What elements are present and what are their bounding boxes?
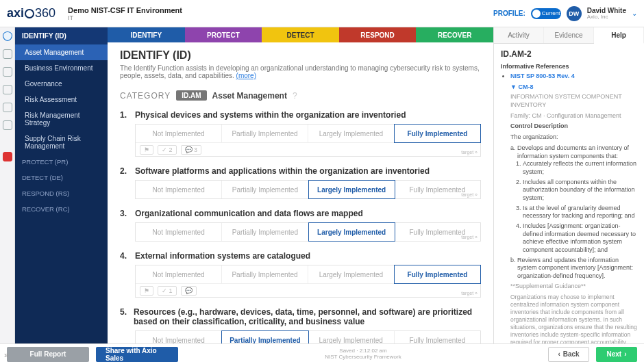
segment-option[interactable]: Fully Implemented	[395, 331, 480, 343]
segment-option[interactable]: Fully Implemented	[394, 265, 481, 284]
cm8-link[interactable]: CM-8	[518, 83, 533, 90]
category-row: CATEGORY ID.AM Asset Management ?	[120, 90, 481, 101]
segment-option[interactable]: Fully Implemented	[394, 124, 481, 143]
more-link[interactable]: (more)	[236, 72, 256, 79]
share-button[interactable]: Share with Axio Sales	[96, 347, 178, 362]
sidebar-group[interactable]: RESPOND (RS)	[15, 185, 108, 201]
full-report-button[interactable]: Full Report	[7, 347, 89, 362]
page-desc: The Identify Function assists in develop…	[120, 64, 481, 79]
env-title: Demo NIST-CSF IT Environment	[68, 6, 182, 14]
next-button[interactable]: Next›	[596, 347, 637, 362]
footer: » Full Report Share with Axio Sales Save…	[0, 343, 644, 364]
segment-option[interactable]: Partially Implemented	[222, 181, 308, 198]
control-title: External information systems are catalog…	[135, 251, 310, 261]
segment-option[interactable]: Partially Implemented	[222, 265, 308, 283]
segment-option[interactable]: Not Implemented	[136, 181, 222, 198]
tab-activity[interactable]: Activity	[494, 27, 544, 43]
help-title: ID.AM-2	[501, 49, 637, 59]
rail-icon[interactable]	[3, 120, 12, 130]
segment-option[interactable]: Partially Implemented	[222, 125, 308, 142]
segment-option[interactable]: Not Implemented	[136, 331, 222, 343]
segment-option[interactable]: Partially Implemented	[222, 223, 308, 241]
sidebar-item[interactable]: Asset Management	[15, 44, 108, 60]
profile-label: PROFILE:	[493, 10, 525, 17]
target-link[interactable]: target »	[461, 291, 478, 296]
rail-icon[interactable]	[3, 49, 12, 59]
segment-option[interactable]: Largely Implemented	[308, 180, 395, 199]
profile-toggle[interactable]: Current	[531, 8, 561, 19]
segment-option[interactable]: Not Implemented	[136, 265, 222, 283]
env-sub: IT	[68, 14, 182, 21]
tab-help[interactable]: Help	[594, 27, 644, 44]
left-rail	[0, 27, 15, 343]
nist-link[interactable]: NIST SP 800-53 Rev. 4	[510, 73, 575, 79]
segment-option[interactable]: Not Implemented	[136, 223, 222, 241]
target-link[interactable]: target »	[461, 235, 478, 239]
sidebar-item[interactable]: Risk Assessment	[15, 92, 108, 107]
saved-status: Saved · 2:12:02 am NIST Cybersecurity Fr…	[185, 348, 541, 361]
segment-option[interactable]: Largely Implemented	[308, 265, 395, 283]
sidebar-item[interactable]: Governance	[15, 76, 108, 92]
phase-identify[interactable]: IDENTIFY	[108, 27, 185, 42]
sidebar-item[interactable]: Supply Chain Risk Management	[15, 131, 108, 154]
phase-protect[interactable]: PROTECT	[185, 27, 262, 42]
help-icon[interactable]: ?	[293, 91, 297, 101]
rail-icon[interactable]	[3, 85, 12, 94]
flag-icon[interactable]: ⚑	[140, 286, 153, 296]
phase-respond[interactable]: RESPOND	[339, 27, 417, 42]
rail-icon[interactable]	[3, 67, 12, 77]
back-button[interactable]: ‹Back	[548, 347, 589, 362]
rail-icon[interactable]	[3, 103, 12, 112]
segment-option[interactable]: Largely Implemented	[308, 331, 395, 343]
target-link[interactable]: target »	[461, 150, 478, 155]
segment-option[interactable]: Largely Implemented	[308, 125, 395, 142]
sidebar: IDENTIFY (ID) Asset ManagementBusiness E…	[15, 27, 108, 343]
phase-recover[interactable]: RECOVER	[416, 27, 493, 42]
chevron-down-icon[interactable]: ⌄	[632, 10, 637, 17]
category-chip: ID.AM	[176, 90, 206, 101]
sidebar-group[interactable]: PROTECT (PR)	[15, 154, 108, 170]
env-title-block: Demo NIST-CSF IT Environment IT	[68, 6, 182, 21]
comment-count[interactable]: 💬	[181, 286, 197, 296]
sidebar-item[interactable]: Risk Management Strategy	[15, 107, 108, 131]
segment-option[interactable]: Largely Implemented	[308, 222, 395, 242]
control-title: Resources (e.g., hardware, devices, data…	[134, 307, 481, 326]
phase-bar: IDENTIFY PROTECT DETECT RESPOND RECOVER	[108, 27, 493, 42]
rail-icon-red[interactable]	[3, 152, 12, 161]
user-block[interactable]: David White Axio, Inc	[587, 7, 626, 21]
target-link[interactable]: target »	[461, 343, 478, 343]
content: IDENTIFY (ID) The Identify Function assi…	[108, 42, 493, 343]
control-title: Software platforms and applications with…	[135, 166, 430, 176]
flag-icon[interactable]: ⚑	[140, 145, 153, 155]
sidebar-group[interactable]: DETECT (DE)	[15, 170, 108, 185]
comment-count[interactable]: 💬 3	[181, 145, 202, 155]
shield-icon[interactable]	[3, 31, 12, 41]
phase-detect[interactable]: DETECT	[262, 27, 339, 42]
sidebar-group[interactable]: RECOVER (RC)	[15, 201, 108, 217]
tab-evidence[interactable]: Evidence	[544, 27, 594, 43]
expand-icon[interactable]: »	[4, 350, 9, 360]
check-count[interactable]: ✓ 1	[158, 286, 177, 296]
target-link[interactable]: target »	[461, 192, 478, 197]
control-title: Physical devices and systems within the …	[135, 110, 406, 120]
page-title: IDENTIFY (ID)	[120, 49, 481, 62]
right-panel: Activity Evidence Help ID.AM-2 Informati…	[493, 27, 644, 343]
control-title: Organizational communication and data fl…	[135, 209, 363, 218]
segment-option[interactable]: Not Implemented	[136, 125, 222, 142]
sidebar-head[interactable]: IDENTIFY (ID)	[15, 27, 108, 44]
check-count[interactable]: ✓ 2	[158, 145, 177, 155]
topbar: axi360 Demo NIST-CSF IT Environment IT P…	[0, 0, 644, 27]
segment-option[interactable]: Partially Implemented	[221, 330, 308, 343]
logo: axi360	[7, 6, 55, 21]
sidebar-item[interactable]: Business Environment	[15, 60, 108, 76]
avatar[interactable]: DW	[567, 6, 582, 21]
